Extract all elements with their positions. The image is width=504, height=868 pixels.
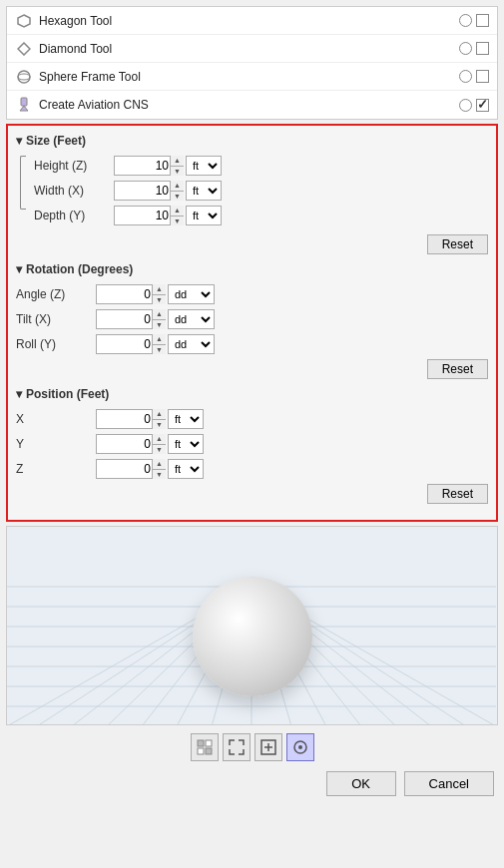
pos-z-spinner: ▲ ▼	[96, 459, 166, 479]
svg-rect-31	[198, 748, 204, 754]
angle-spin-up[interactable]: ▲	[153, 284, 166, 295]
angle-spinner: ▲ ▼	[96, 284, 166, 304]
diamond-checkbox[interactable]	[476, 42, 489, 55]
pos-z-spin-down[interactable]: ▼	[153, 470, 166, 480]
diamond-controls	[459, 42, 489, 55]
tilt-spin-down[interactable]: ▼	[153, 320, 166, 330]
width-spin-down[interactable]: ▼	[171, 192, 184, 202]
angle-control: ▲ ▼ dddms	[96, 284, 488, 304]
depth-control: ▲ ▼ ftm	[114, 206, 488, 225]
svg-marker-0	[18, 15, 30, 27]
preview-grid-button[interactable]	[191, 733, 219, 761]
width-spinner: ▲ ▼	[114, 181, 184, 201]
roll-spin-up[interactable]: ▲	[153, 334, 166, 345]
height-unit-select[interactable]: ftm	[186, 156, 222, 176]
size-section-title: Size (Feet)	[26, 134, 86, 148]
size-section-header: ▾ Size (Feet)	[16, 134, 488, 148]
preview-sphere-button[interactable]	[286, 733, 314, 761]
width-row: Width (X) ▲ ▼ ftm	[34, 181, 488, 201]
position-reset-row: Reset	[16, 484, 488, 504]
roll-label: Roll (Y)	[16, 337, 96, 351]
sphere-frame-checkbox[interactable]	[476, 70, 489, 83]
diamond-icon	[15, 40, 33, 58]
svg-marker-1	[18, 43, 30, 55]
roll-spin-down[interactable]: ▼	[153, 345, 166, 355]
diamond-label: Diamond Tool	[39, 42, 459, 56]
angle-spin-down[interactable]: ▼	[153, 295, 166, 305]
pos-x-spin-up[interactable]: ▲	[153, 409, 166, 420]
aviation-cns-icon	[15, 96, 33, 114]
main-container: Hexagon Tool Diamond Tool Sphere Frame T…	[0, 0, 504, 868]
angle-unit-select[interactable]: dddms	[168, 284, 215, 304]
tool-item-sphere-frame[interactable]: Sphere Frame Tool	[7, 63, 497, 91]
height-label: Height (Z)	[34, 159, 114, 173]
tilt-label: Tilt (X)	[16, 312, 96, 326]
hexagon-checkbox[interactable]	[476, 14, 489, 27]
pos-z-spin-up[interactable]: ▲	[153, 459, 166, 470]
size-reset-button[interactable]: Reset	[427, 234, 488, 254]
aviation-cns-radio[interactable]	[459, 99, 472, 112]
height-row: Height (Z) ▲ ▼ ftm	[34, 156, 488, 176]
pos-y-unit-select[interactable]: ftm	[168, 434, 204, 454]
height-spinner-btns: ▲ ▼	[170, 156, 184, 176]
width-spin-up[interactable]: ▲	[171, 181, 184, 192]
svg-point-3	[18, 74, 30, 80]
rotation-section-title: Rotation (Degrees)	[26, 262, 133, 276]
position-arrow-icon: ▾	[16, 387, 22, 401]
roll-row: Roll (Y) ▲ ▼ dddms	[16, 334, 488, 354]
preview-fit-button[interactable]	[223, 733, 251, 761]
tool-item-diamond[interactable]: Diamond Tool	[7, 35, 497, 63]
aviation-cns-label: Create Aviation CNS	[39, 98, 459, 112]
preview-zoom-button[interactable]	[254, 733, 282, 761]
ok-button[interactable]: OK	[326, 771, 396, 796]
pos-x-unit-select[interactable]: ftm	[168, 409, 204, 429]
pos-y-row: Y ▲ ▼ ftm	[16, 434, 488, 454]
pos-z-label: Z	[16, 462, 96, 476]
sphere-frame-controls	[459, 70, 489, 83]
pos-x-control: ▲ ▼ ftm	[96, 409, 488, 429]
size-link-bracket	[20, 156, 26, 210]
width-unit-select[interactable]: ftm	[186, 181, 222, 201]
rotation-reset-button[interactable]: Reset	[427, 359, 488, 379]
svg-marker-5	[20, 106, 28, 111]
pos-z-row: Z ▲ ▼ ftm	[16, 459, 488, 479]
size-reset-row: Reset	[16, 234, 488, 254]
sphere-frame-radio[interactable]	[459, 70, 472, 83]
height-spinner: ▲ ▼	[114, 156, 184, 176]
pos-x-spin-down[interactable]: ▼	[153, 420, 166, 430]
pos-y-spin-down[interactable]: ▼	[153, 445, 166, 455]
tool-item-aviation-cns[interactable]: Create Aviation CNS	[7, 91, 497, 119]
svg-rect-32	[206, 748, 212, 754]
position-section-header: ▾ Position (Feet)	[16, 387, 488, 401]
height-spin-down[interactable]: ▼	[171, 167, 184, 177]
depth-spin-down[interactable]: ▼	[171, 217, 184, 226]
tool-list: Hexagon Tool Diamond Tool Sphere Frame T…	[6, 6, 498, 120]
position-section-title: Position (Feet)	[26, 387, 109, 401]
tilt-spinner: ▲ ▼	[96, 309, 166, 329]
pos-y-spin-up[interactable]: ▲	[153, 434, 166, 445]
pos-z-unit-select[interactable]: ftm	[168, 459, 204, 479]
angle-spinner-btns: ▲ ▼	[152, 284, 166, 304]
sphere-frame-label: Sphere Frame Tool	[39, 70, 459, 84]
hexagon-radio[interactable]	[459, 14, 472, 27]
tool-item-hexagon[interactable]: Hexagon Tool	[7, 7, 497, 35]
hexagon-icon	[15, 12, 33, 30]
depth-row: Depth (Y) ▲ ▼ ftm	[34, 206, 488, 225]
rotation-section-header: ▾ Rotation (Degrees)	[16, 262, 488, 276]
height-spin-up[interactable]: ▲	[171, 156, 184, 167]
position-reset-button[interactable]: Reset	[427, 484, 488, 504]
svg-rect-30	[206, 740, 212, 746]
angle-label: Angle (Z)	[16, 287, 96, 301]
depth-unit-select[interactable]: ftm	[186, 206, 222, 225]
width-label: Width (X)	[34, 184, 114, 198]
cancel-button[interactable]: Cancel	[404, 771, 494, 796]
diamond-radio[interactable]	[459, 42, 472, 55]
tilt-unit-select[interactable]: dddms	[168, 309, 215, 329]
roll-unit-select[interactable]: dddms	[168, 334, 215, 354]
angle-row: Angle (Z) ▲ ▼ dddms	[16, 284, 488, 304]
depth-spin-up[interactable]: ▲	[171, 206, 184, 217]
svg-rect-29	[198, 740, 204, 746]
tilt-spin-up[interactable]: ▲	[153, 309, 166, 320]
aviation-cns-checkbox[interactable]	[476, 99, 489, 112]
preview-area	[6, 526, 498, 725]
